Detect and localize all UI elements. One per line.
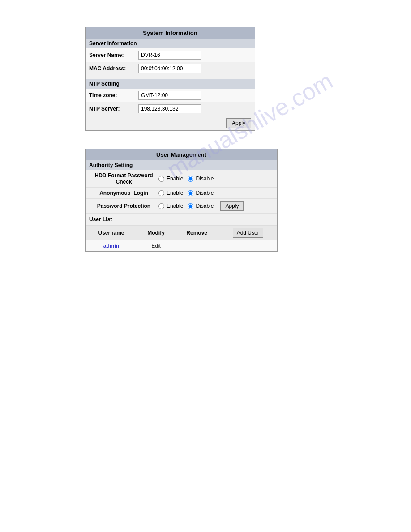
pwd-enable-group: Enable [158,203,183,209]
hdd-format-label: HDD Format PasswordCheck [89,172,158,185]
anon-enable-group: Enable [158,190,183,196]
hdd-disable-label: Disable [196,176,214,182]
server-name-row: Server Name: [86,48,255,62]
pwd-disable-label: Disable [196,203,214,209]
table-row: admin Edit [86,240,277,252]
mac-address-row: MAC Address: [86,62,255,75]
admin-username-link[interactable]: admin [103,243,119,249]
anon-enable-radio[interactable] [158,190,164,196]
hdd-enable-radio[interactable] [158,176,164,182]
anon-disable-group: Disable [188,190,214,196]
admin-edit-link[interactable]: Edit [151,243,161,249]
mac-address-input[interactable] [138,64,201,73]
ntp-setting-section-header: NTP Setting [86,79,255,89]
admin-extra [218,240,277,252]
hdd-format-row: HDD Format PasswordCheck Enable Disable [86,170,277,188]
user-management-apply-button[interactable]: Apply [220,201,244,211]
system-info-apply-button[interactable]: Apply [226,118,251,128]
system-info-footer: Apply [86,116,255,130]
server-name-label: Server Name: [89,52,138,58]
ntp-server-input[interactable] [138,104,201,113]
user-management-panel: User Management Authority Setting HDD Fo… [85,149,278,252]
user-list-header: User List [86,214,277,226]
add-user-button[interactable]: Add User [233,228,263,238]
anon-enable-label: Enable [167,190,183,196]
add-user-column: Add User [218,226,277,240]
anonymous-login-row: Anonymous Login Enable Disable [86,188,277,199]
server-info-section-header: Server Information [86,39,255,48]
pwd-disable-radio[interactable] [188,203,193,209]
pwd-disable-group: Disable [188,203,214,209]
hdd-disable-group: Disable [188,176,214,182]
user-list-section: User List Username Modify Remove Add Use… [86,214,277,251]
password-protection-row: Password Protection Enable Disable Apply [86,199,277,214]
anonymous-login-label: Anonymous Login [89,190,158,196]
username-column-header: Username [86,226,137,240]
ntp-server-label: NTP Server: [89,106,138,112]
admin-username: admin [86,240,137,252]
pwd-enable-radio[interactable] [158,203,164,209]
anon-disable-radio[interactable] [188,190,193,196]
admin-remove [175,240,218,252]
hdd-enable-group: Enable [158,176,183,182]
system-info-panel: System Information Server Information Se… [85,27,255,131]
hdd-enable-label: Enable [167,176,183,182]
anon-disable-label: Disable [196,190,214,196]
admin-modify: Edit [137,240,175,252]
timezone-row: Time zone: [86,89,255,102]
user-list-label: User List [89,216,112,223]
system-info-title: System Information [86,27,255,39]
user-management-title: User Management [86,149,277,160]
remove-column-header: Remove [175,226,218,240]
timezone-input[interactable] [138,91,201,100]
authority-setting-header: Authority Setting [86,160,277,170]
timezone-label: Time zone: [89,92,138,99]
pwd-enable-label: Enable [167,203,183,209]
modify-column-header: Modify [137,226,175,240]
hdd-disable-radio[interactable] [188,176,193,182]
ntp-server-row: NTP Server: [86,102,255,116]
user-table: Username Modify Remove Add User admin Ed… [86,226,277,251]
server-name-input[interactable] [138,51,201,60]
mac-address-label: MAC Address: [89,65,138,72]
password-protection-label: Password Protection [89,203,158,209]
